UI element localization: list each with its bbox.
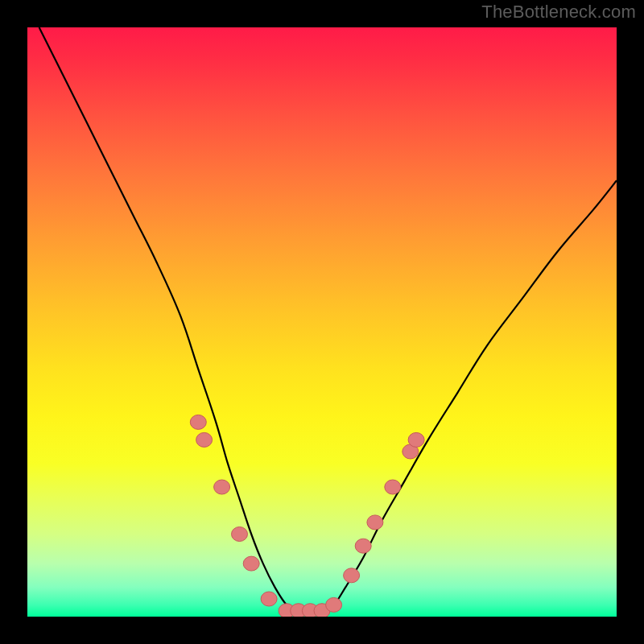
- curve-line: [39, 27, 617, 611]
- data-point: [408, 432, 424, 447]
- bottleneck-curve: [27, 27, 617, 617]
- data-point: [367, 515, 383, 530]
- data-point: [196, 432, 213, 447]
- data-point: [355, 539, 371, 553]
- data-point: [232, 527, 248, 542]
- data-point: [261, 592, 277, 606]
- plot-area: [27, 27, 617, 617]
- data-point-markers: [190, 415, 424, 617]
- data-point: [385, 480, 401, 494]
- data-point: [190, 415, 206, 429]
- chart-root: TheBottleneck.com: [0, 0, 644, 644]
- watermark-label: TheBottleneck.com: [481, 2, 636, 23]
- data-point: [243, 556, 259, 571]
- data-point: [326, 597, 342, 612]
- data-point: [344, 568, 360, 583]
- data-point: [214, 480, 230, 494]
